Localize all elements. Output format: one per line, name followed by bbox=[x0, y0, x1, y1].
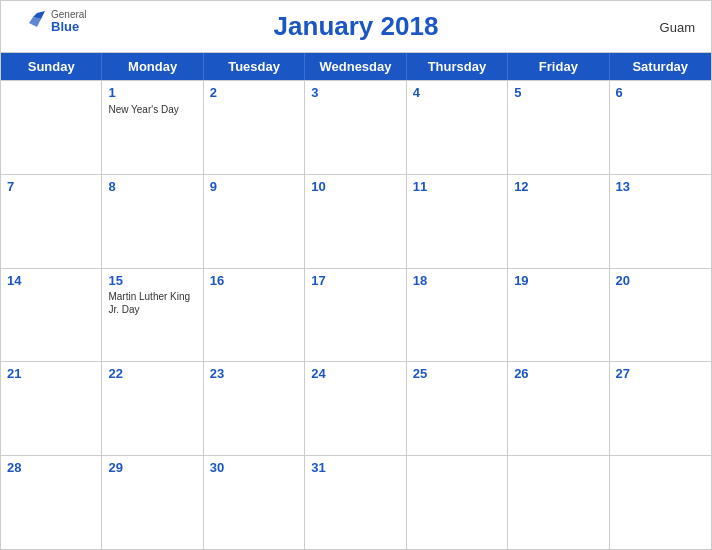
day-cell-w1-d2: 1New Year's Day bbox=[102, 81, 203, 174]
day-cell-w2-d7: 13 bbox=[610, 175, 711, 268]
header-friday: Friday bbox=[508, 53, 609, 80]
day-cell-w3-d1: 14 bbox=[1, 269, 102, 362]
week-row-2: 78910111213 bbox=[1, 174, 711, 268]
day-cell-w3-d5: 18 bbox=[407, 269, 508, 362]
header-wednesday: Wednesday bbox=[305, 53, 406, 80]
week-row-3: 1415Martin Luther King Jr. Day1617181920 bbox=[1, 268, 711, 362]
day-cell-w5-d4: 31 bbox=[305, 456, 406, 549]
day-number: 30 bbox=[210, 460, 298, 476]
calendar-grid: Sunday Monday Tuesday Wednesday Thursday… bbox=[1, 52, 711, 549]
day-cell-w5-d2: 29 bbox=[102, 456, 203, 549]
logo-blue-text: Blue bbox=[51, 20, 87, 34]
day-cell-w5-d1: 28 bbox=[1, 456, 102, 549]
day-number: 13 bbox=[616, 179, 705, 195]
header-thursday: Thursday bbox=[407, 53, 508, 80]
day-number: 6 bbox=[616, 85, 705, 101]
day-cell-w1-d7: 6 bbox=[610, 81, 711, 174]
day-number: 16 bbox=[210, 273, 298, 289]
day-cell-w1-d1 bbox=[1, 81, 102, 174]
day-number: 18 bbox=[413, 273, 501, 289]
logo-icon bbox=[17, 9, 49, 35]
week-row-4: 21222324252627 bbox=[1, 361, 711, 455]
day-cell-w5-d6 bbox=[508, 456, 609, 549]
day-cell-w2-d1: 7 bbox=[1, 175, 102, 268]
day-number: 22 bbox=[108, 366, 196, 382]
day-cell-w3-d7: 20 bbox=[610, 269, 711, 362]
day-cell-w5-d3: 30 bbox=[204, 456, 305, 549]
day-cell-w3-d6: 19 bbox=[508, 269, 609, 362]
holiday-label: New Year's Day bbox=[108, 103, 196, 116]
holiday-label: Martin Luther King Jr. Day bbox=[108, 290, 196, 316]
day-number: 10 bbox=[311, 179, 399, 195]
day-number: 24 bbox=[311, 366, 399, 382]
header-sunday: Sunday bbox=[1, 53, 102, 80]
region-label: Guam bbox=[660, 19, 695, 34]
day-cell-w2-d2: 8 bbox=[102, 175, 203, 268]
day-number: 4 bbox=[413, 85, 501, 101]
day-cell-w2-d3: 9 bbox=[204, 175, 305, 268]
day-number: 5 bbox=[514, 85, 602, 101]
day-cell-w4-d7: 27 bbox=[610, 362, 711, 455]
day-number: 19 bbox=[514, 273, 602, 289]
day-headers-row: Sunday Monday Tuesday Wednesday Thursday… bbox=[1, 53, 711, 80]
day-cell-w2-d5: 11 bbox=[407, 175, 508, 268]
day-cell-w5-d5 bbox=[407, 456, 508, 549]
day-number: 26 bbox=[514, 366, 602, 382]
day-cell-w1-d3: 2 bbox=[204, 81, 305, 174]
header-saturday: Saturday bbox=[610, 53, 711, 80]
day-cell-w4-d5: 25 bbox=[407, 362, 508, 455]
header-tuesday: Tuesday bbox=[204, 53, 305, 80]
day-cell-w4-d2: 22 bbox=[102, 362, 203, 455]
day-number: 25 bbox=[413, 366, 501, 382]
day-number: 29 bbox=[108, 460, 196, 476]
day-number: 20 bbox=[616, 273, 705, 289]
day-number: 14 bbox=[7, 273, 95, 289]
day-cell-w4-d6: 26 bbox=[508, 362, 609, 455]
day-number: 15 bbox=[108, 273, 196, 289]
day-number: 17 bbox=[311, 273, 399, 289]
day-cell-w1-d6: 5 bbox=[508, 81, 609, 174]
day-number: 21 bbox=[7, 366, 95, 382]
day-cell-w4-d4: 24 bbox=[305, 362, 406, 455]
day-number: 23 bbox=[210, 366, 298, 382]
day-cell-w5-d7 bbox=[610, 456, 711, 549]
day-cell-w1-d4: 3 bbox=[305, 81, 406, 174]
day-cell-w4-d3: 23 bbox=[204, 362, 305, 455]
calendar-title: January 2018 bbox=[274, 11, 439, 42]
logo: General Blue bbox=[17, 9, 87, 35]
day-number: 11 bbox=[413, 179, 501, 195]
day-cell-w4-d1: 21 bbox=[1, 362, 102, 455]
day-cell-w2-d6: 12 bbox=[508, 175, 609, 268]
day-number: 3 bbox=[311, 85, 399, 101]
week-row-5: 28293031 bbox=[1, 455, 711, 549]
day-cell-w1-d5: 4 bbox=[407, 81, 508, 174]
day-cell-w3-d2: 15Martin Luther King Jr. Day bbox=[102, 269, 203, 362]
day-number: 7 bbox=[7, 179, 95, 195]
day-number: 9 bbox=[210, 179, 298, 195]
calendar: General Blue January 2018 Guam Sunday Mo… bbox=[0, 0, 712, 550]
day-number: 2 bbox=[210, 85, 298, 101]
day-number: 27 bbox=[616, 366, 705, 382]
day-cell-w3-d4: 17 bbox=[305, 269, 406, 362]
header-monday: Monday bbox=[102, 53, 203, 80]
day-number: 28 bbox=[7, 460, 95, 476]
day-number: 8 bbox=[108, 179, 196, 195]
day-number: 1 bbox=[108, 85, 196, 101]
day-cell-w2-d4: 10 bbox=[305, 175, 406, 268]
day-number: 31 bbox=[311, 460, 399, 476]
week-row-1: 1New Year's Day23456 bbox=[1, 80, 711, 174]
day-number: 12 bbox=[514, 179, 602, 195]
day-cell-w3-d3: 16 bbox=[204, 269, 305, 362]
weeks-container: 1New Year's Day23456789101112131415Marti… bbox=[1, 80, 711, 549]
calendar-header: General Blue January 2018 Guam bbox=[1, 1, 711, 52]
